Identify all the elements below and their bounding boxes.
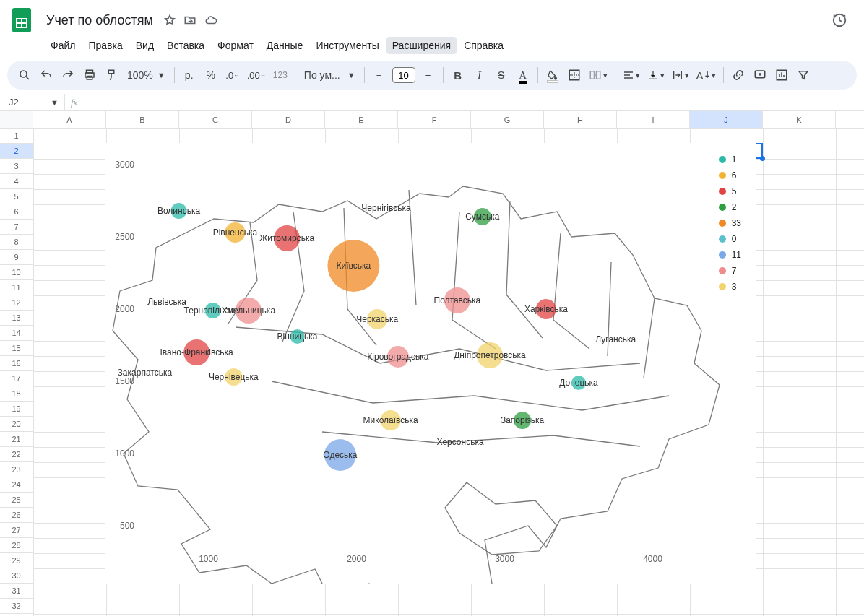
row-header[interactable]: 27	[0, 523, 33, 538]
font-select[interactable]: По ум...▼	[300, 65, 360, 85]
menu-вид[interactable]: Вид	[130, 37, 160, 54]
row-header[interactable]: 6	[0, 204, 33, 220]
row-header[interactable]: 2	[0, 144, 33, 159]
row-header[interactable]: 4	[0, 174, 33, 189]
merge-button[interactable]: ▾	[586, 65, 610, 85]
svg-text:2500: 2500	[115, 232, 134, 242]
rotate-button[interactable]: A▾	[694, 65, 719, 85]
row-headers: 1234567891011121314151617181920212223242…	[0, 129, 33, 616]
selection-handle[interactable]	[760, 156, 765, 161]
row-header[interactable]: 30	[0, 568, 33, 584]
row-header[interactable]: 11	[0, 280, 33, 295]
row-header[interactable]: 31	[0, 584, 33, 599]
cloud-icon[interactable]	[204, 14, 218, 27]
activity-icon[interactable]	[829, 10, 850, 30]
borders-button[interactable]	[564, 65, 584, 85]
row-header[interactable]: 10	[0, 265, 33, 280]
print-icon[interactable]	[79, 65, 100, 85]
redo-icon[interactable]	[58, 65, 78, 85]
row-header[interactable]: 17	[0, 371, 33, 386]
row-header[interactable]: 15	[0, 341, 33, 356]
increase-fontsize-button[interactable]: +	[418, 65, 439, 85]
row-header[interactable]: 29	[0, 553, 33, 568]
paint-format-icon[interactable]	[101, 65, 121, 85]
row-header[interactable]: 18	[0, 386, 33, 402]
chart-icon[interactable]	[772, 65, 792, 85]
percent-button[interactable]: %	[201, 65, 221, 85]
search-icon[interactable]	[14, 65, 35, 85]
decrease-decimal-icon[interactable]: .0←	[223, 65, 243, 85]
currency-button[interactable]: р.	[179, 65, 199, 85]
legend-dot-icon	[719, 251, 726, 259]
col-header[interactable]: K	[763, 111, 836, 128]
menu-правка[interactable]: Правка	[82, 37, 128, 54]
zoom-select[interactable]: 100%▼	[123, 65, 170, 85]
move-icon[interactable]	[183, 14, 196, 27]
col-header[interactable]: G	[471, 111, 544, 128]
chart[interactable]: 50010001500200025003000 1000200030004000…	[105, 143, 756, 584]
menu-формат[interactable]: Формат	[212, 37, 259, 54]
col-header[interactable]: E	[325, 111, 398, 128]
valign-button[interactable]: ▾	[644, 65, 668, 85]
menu-файл[interactable]: Файл	[45, 37, 81, 54]
legend-dot-icon	[719, 220, 726, 227]
more-formats-button[interactable]: 123	[270, 65, 290, 85]
svg-text:Миколаївська: Миколаївська	[363, 415, 419, 425]
decrease-fontsize-button[interactable]: −	[369, 65, 389, 85]
row-header[interactable]: 24	[0, 477, 33, 493]
cells-area[interactable]: 50010001500200025003000 1000200030004000…	[33, 129, 864, 616]
italic-button[interactable]: I	[470, 65, 490, 85]
col-header[interactable]: D	[252, 111, 325, 128]
menu-справка[interactable]: Справка	[458, 37, 509, 54]
col-header[interactable]: F	[398, 111, 471, 128]
row-header[interactable]: 8	[0, 235, 33, 250]
row-header[interactable]: 20	[0, 417, 33, 432]
col-header[interactable]: B	[106, 111, 179, 128]
filter-icon[interactable]	[793, 65, 813, 85]
fill-color-button[interactable]	[543, 65, 563, 85]
sheets-logo[interactable]	[7, 6, 36, 35]
row-header[interactable]: 9	[0, 250, 33, 265]
row-header[interactable]: 23	[0, 462, 33, 477]
col-header[interactable]: A	[33, 111, 106, 128]
row-header[interactable]: 12	[0, 295, 33, 311]
menu-расширения[interactable]: Расширения	[386, 37, 457, 54]
strike-button[interactable]: S	[491, 65, 511, 85]
name-box[interactable]: J2▼	[0, 94, 65, 110]
row-header[interactable]: 19	[0, 402, 33, 417]
select-all-corner[interactable]	[0, 111, 33, 128]
row-header[interactable]: 3	[0, 159, 33, 174]
row-header[interactable]: 25	[0, 493, 33, 508]
svg-text:Херсонська: Херсонська	[436, 437, 484, 447]
row-header[interactable]: 28	[0, 538, 33, 553]
row-header[interactable]: 22	[0, 447, 33, 462]
menu-данные[interactable]: Данные	[261, 37, 309, 54]
row-header[interactable]: 1	[0, 129, 33, 144]
row-header[interactable]: 32	[0, 599, 33, 614]
col-header[interactable]: J	[690, 111, 763, 128]
menu-вставка[interactable]: Вставка	[161, 37, 210, 54]
row-header[interactable]: 26	[0, 508, 33, 523]
row-header[interactable]: 13	[0, 311, 33, 326]
doc-title[interactable]: Учет по облостям	[42, 12, 157, 30]
text-color-button[interactable]: A	[513, 65, 533, 85]
row-header[interactable]: 7	[0, 220, 33, 235]
row-header[interactable]: 14	[0, 326, 33, 341]
font-size-group: − +	[369, 65, 439, 85]
increase-decimal-icon[interactable]: .00→	[244, 65, 269, 85]
font-size-input[interactable]	[392, 67, 415, 83]
row-header[interactable]: 21	[0, 432, 33, 447]
undo-icon[interactable]	[36, 65, 56, 85]
halign-button[interactable]: ▾	[620, 65, 643, 85]
menu-инструменты[interactable]: Инструменты	[310, 37, 384, 54]
comment-icon[interactable]	[750, 65, 770, 85]
col-header[interactable]: I	[617, 111, 690, 128]
col-header[interactable]: H	[544, 111, 617, 128]
star-icon[interactable]	[163, 14, 176, 27]
row-header[interactable]: 5	[0, 189, 33, 204]
bold-button[interactable]: B	[448, 65, 468, 85]
col-header[interactable]: C	[179, 111, 252, 128]
link-icon[interactable]	[728, 65, 748, 85]
wrap-button[interactable]: ▾	[669, 65, 692, 85]
row-header[interactable]: 16	[0, 356, 33, 371]
